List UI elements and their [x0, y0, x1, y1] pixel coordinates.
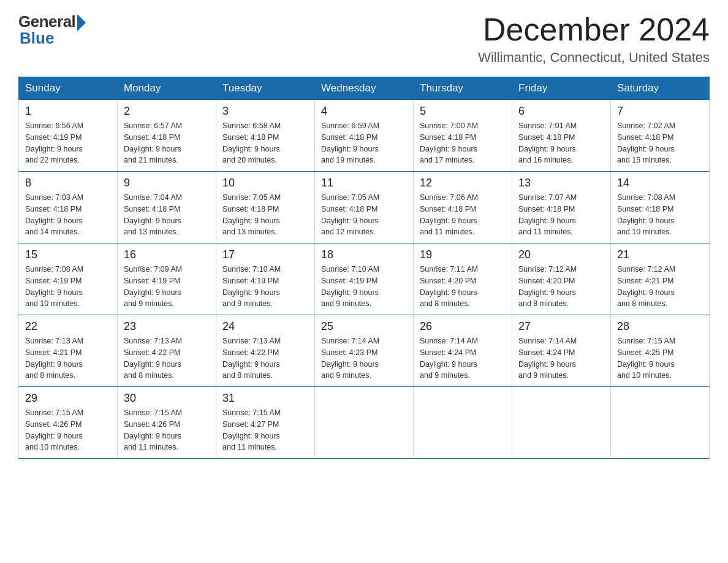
table-row: 21 Sunrise: 7:12 AMSunset: 4:21 PMDaylig…	[611, 243, 710, 315]
table-row: 10 Sunrise: 7:05 AMSunset: 4:18 PMDaylig…	[216, 172, 315, 243]
day-number: 17	[222, 248, 308, 261]
calendar-week-row: 29 Sunrise: 7:15 AMSunset: 4:26 PMDaylig…	[19, 387, 710, 459]
header-saturday: Saturday	[611, 77, 710, 100]
month-year-title: December 2024	[478, 12, 710, 47]
table-row: 1 Sunrise: 6:56 AMSunset: 4:19 PMDayligh…	[19, 100, 118, 172]
day-info: Sunrise: 7:08 AMSunset: 4:19 PMDaylight:…	[25, 265, 83, 308]
header-tuesday: Tuesday	[216, 77, 315, 100]
day-number: 5	[420, 105, 506, 118]
day-info: Sunrise: 7:15 AMSunset: 4:26 PMDaylight:…	[25, 408, 83, 451]
day-info: Sunrise: 7:12 AMSunset: 4:21 PMDaylight:…	[617, 265, 675, 308]
day-number: 2	[124, 105, 210, 118]
location-subtitle: Willimantic, Connecticut, United States	[478, 50, 710, 66]
day-info: Sunrise: 7:10 AMSunset: 4:19 PMDaylight:…	[222, 265, 281, 308]
day-number: 14	[617, 177, 703, 190]
table-row: 4 Sunrise: 6:59 AMSunset: 4:18 PMDayligh…	[315, 100, 414, 172]
table-row: 16 Sunrise: 7:09 AMSunset: 4:19 PMDaylig…	[118, 243, 216, 315]
day-info: Sunrise: 7:01 AMSunset: 4:18 PMDaylight:…	[518, 121, 577, 164]
day-info: Sunrise: 7:13 AMSunset: 4:22 PMDaylight:…	[222, 337, 281, 380]
day-info: Sunrise: 7:07 AMSunset: 4:18 PMDaylight:…	[518, 193, 577, 236]
day-number: 30	[124, 392, 210, 405]
day-info: Sunrise: 7:14 AMSunset: 4:24 PMDaylight:…	[420, 337, 478, 380]
day-info: Sunrise: 7:15 AMSunset: 4:27 PMDaylight:…	[222, 408, 281, 451]
table-row: 26 Sunrise: 7:14 AMSunset: 4:24 PMDaylig…	[414, 315, 512, 387]
day-info: Sunrise: 6:57 AMSunset: 4:18 PMDaylight:…	[124, 121, 182, 164]
table-row: 30 Sunrise: 7:15 AMSunset: 4:26 PMDaylig…	[118, 387, 216, 459]
day-info: Sunrise: 7:11 AMSunset: 4:20 PMDaylight:…	[420, 265, 478, 308]
day-info: Sunrise: 7:00 AMSunset: 4:18 PMDaylight:…	[420, 121, 478, 164]
page-header: General Blue December 2024 Willimantic, …	[18, 12, 710, 66]
table-row: 27 Sunrise: 7:14 AMSunset: 4:24 PMDaylig…	[512, 315, 611, 387]
day-number: 21	[617, 248, 703, 261]
day-number: 15	[25, 248, 111, 261]
title-area: December 2024 Willimantic, Connecticut, …	[478, 12, 710, 66]
header-monday: Monday	[118, 77, 216, 100]
day-info: Sunrise: 6:58 AMSunset: 4:18 PMDaylight:…	[222, 121, 281, 164]
table-row: 9 Sunrise: 7:04 AMSunset: 4:18 PMDayligh…	[118, 172, 216, 243]
day-number: 23	[124, 320, 210, 333]
day-number: 29	[25, 392, 111, 405]
table-row	[315, 387, 414, 459]
table-row: 7 Sunrise: 7:02 AMSunset: 4:18 PMDayligh…	[611, 100, 710, 172]
table-row: 3 Sunrise: 6:58 AMSunset: 4:18 PMDayligh…	[216, 100, 315, 172]
day-number: 22	[25, 320, 111, 333]
day-number: 8	[25, 177, 111, 190]
day-number: 6	[518, 105, 604, 118]
table-row	[611, 387, 710, 459]
day-number: 20	[518, 248, 604, 261]
table-row: 14 Sunrise: 7:08 AMSunset: 4:18 PMDaylig…	[611, 172, 710, 243]
day-info: Sunrise: 7:09 AMSunset: 4:19 PMDaylight:…	[124, 265, 182, 308]
day-number: 9	[124, 177, 210, 190]
day-info: Sunrise: 6:56 AMSunset: 4:19 PMDaylight:…	[25, 121, 83, 164]
day-info: Sunrise: 7:08 AMSunset: 4:18 PMDaylight:…	[617, 193, 675, 236]
day-info: Sunrise: 7:05 AMSunset: 4:18 PMDaylight:…	[321, 193, 379, 236]
calendar-week-row: 8 Sunrise: 7:03 AMSunset: 4:18 PMDayligh…	[19, 172, 710, 243]
day-number: 19	[420, 248, 506, 261]
header-friday: Friday	[512, 77, 611, 100]
calendar-week-row: 22 Sunrise: 7:13 AMSunset: 4:21 PMDaylig…	[19, 315, 710, 387]
day-info: Sunrise: 7:06 AMSunset: 4:18 PMDaylight:…	[420, 193, 478, 236]
table-row: 18 Sunrise: 7:10 AMSunset: 4:19 PMDaylig…	[315, 243, 414, 315]
day-number: 16	[124, 248, 210, 261]
header-wednesday: Wednesday	[315, 77, 414, 100]
table-row: 23 Sunrise: 7:13 AMSunset: 4:22 PMDaylig…	[118, 315, 216, 387]
calendar-table: Sunday Monday Tuesday Wednesday Thursday…	[18, 77, 710, 459]
day-number: 13	[518, 177, 604, 190]
day-info: Sunrise: 7:15 AMSunset: 4:26 PMDaylight:…	[124, 408, 182, 451]
day-number: 27	[518, 320, 604, 333]
logo-arrow-icon	[77, 14, 86, 31]
day-number: 3	[222, 105, 308, 118]
day-number: 24	[222, 320, 308, 333]
weekday-header-row: Sunday Monday Tuesday Wednesday Thursday…	[19, 77, 710, 100]
day-info: Sunrise: 7:10 AMSunset: 4:19 PMDaylight:…	[321, 265, 379, 308]
table-row: 28 Sunrise: 7:15 AMSunset: 4:25 PMDaylig…	[611, 315, 710, 387]
day-number: 11	[321, 177, 407, 190]
day-info: Sunrise: 7:14 AMSunset: 4:23 PMDaylight:…	[321, 337, 379, 380]
table-row: 8 Sunrise: 7:03 AMSunset: 4:18 PMDayligh…	[19, 172, 118, 243]
day-number: 18	[321, 248, 407, 261]
day-number: 31	[222, 392, 308, 405]
table-row	[512, 387, 611, 459]
table-row: 19 Sunrise: 7:11 AMSunset: 4:20 PMDaylig…	[414, 243, 512, 315]
calendar-week-row: 1 Sunrise: 6:56 AMSunset: 4:19 PMDayligh…	[19, 100, 710, 172]
table-row: 29 Sunrise: 7:15 AMSunset: 4:26 PMDaylig…	[19, 387, 118, 459]
day-info: Sunrise: 7:04 AMSunset: 4:18 PMDaylight:…	[124, 193, 182, 236]
table-row: 5 Sunrise: 7:00 AMSunset: 4:18 PMDayligh…	[414, 100, 512, 172]
day-number: 10	[222, 177, 308, 190]
table-row: 22 Sunrise: 7:13 AMSunset: 4:21 PMDaylig…	[19, 315, 118, 387]
table-row: 6 Sunrise: 7:01 AMSunset: 4:18 PMDayligh…	[512, 100, 611, 172]
table-row: 11 Sunrise: 7:05 AMSunset: 4:18 PMDaylig…	[315, 172, 414, 243]
day-number: 12	[420, 177, 506, 190]
table-row	[414, 387, 512, 459]
table-row: 31 Sunrise: 7:15 AMSunset: 4:27 PMDaylig…	[216, 387, 315, 459]
table-row: 13 Sunrise: 7:07 AMSunset: 4:18 PMDaylig…	[512, 172, 611, 243]
table-row: 24 Sunrise: 7:13 AMSunset: 4:22 PMDaylig…	[216, 315, 315, 387]
table-row: 17 Sunrise: 7:10 AMSunset: 4:19 PMDaylig…	[216, 243, 315, 315]
day-info: Sunrise: 7:14 AMSunset: 4:24 PMDaylight:…	[518, 337, 577, 380]
day-number: 7	[617, 105, 703, 118]
day-info: Sunrise: 7:13 AMSunset: 4:21 PMDaylight:…	[25, 337, 83, 380]
day-info: Sunrise: 7:12 AMSunset: 4:20 PMDaylight:…	[518, 265, 577, 308]
logo-blue-text: Blue	[20, 29, 54, 48]
day-number: 25	[321, 320, 407, 333]
table-row: 20 Sunrise: 7:12 AMSunset: 4:20 PMDaylig…	[512, 243, 611, 315]
